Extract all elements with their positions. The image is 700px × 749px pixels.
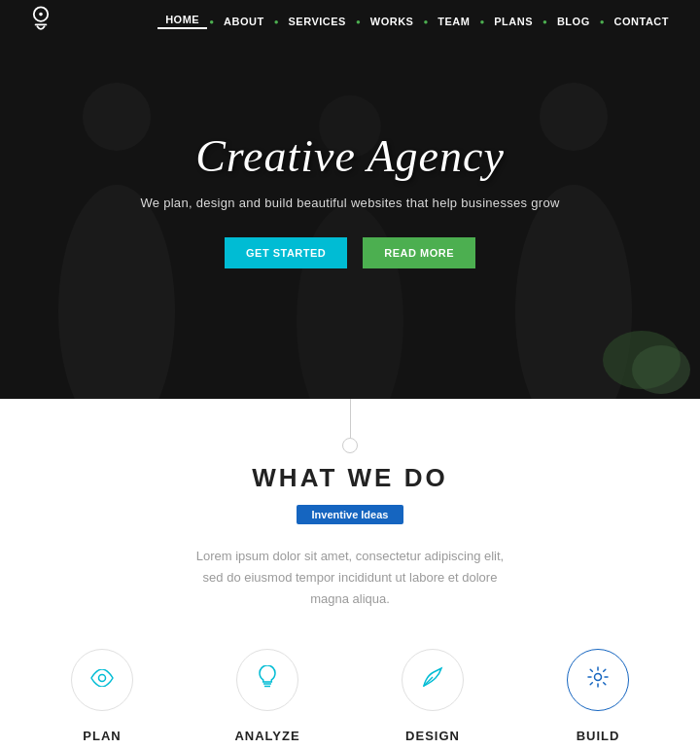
- hero-title: Creative Agency: [140, 130, 559, 182]
- feature-plan: PLAN Expenses as material breeding insis…: [19, 649, 185, 749]
- nav-item-blog[interactable]: BLOG: [549, 16, 598, 27]
- feature-design-title: DESIGN: [366, 729, 500, 743]
- hero-section: Creative Agency We plan, design and buil…: [0, 0, 700, 399]
- features-grid: PLAN Expenses as material breeding insis…: [0, 649, 700, 749]
- feature-plan-title: PLAN: [35, 729, 169, 743]
- nav-dot-3: ●: [354, 18, 363, 26]
- nav-dot-4: ●: [421, 18, 430, 26]
- svg-point-1: [39, 13, 43, 17]
- nav-item-contact[interactable]: CONTACT: [607, 16, 677, 27]
- eye-icon: [90, 667, 114, 693]
- feature-plan-icon-wrap: [71, 649, 133, 711]
- hero-content: Creative Agency We plan, design and buil…: [140, 130, 559, 268]
- feature-analyze-title: ANALYZE: [200, 729, 334, 743]
- read-more-button[interactable]: Read More: [363, 237, 475, 268]
- nav-dot-6: ●: [541, 18, 549, 26]
- feature-build-icon-wrap: [567, 649, 629, 711]
- feature-build: BUILD Expenses as material breeding insi…: [515, 649, 681, 749]
- hero-buttons: Get Started Read More: [140, 237, 559, 268]
- section-description: Lorem ipsum dolor sit amet, consectetur …: [194, 546, 506, 610]
- nav-item-home[interactable]: HOME: [158, 14, 207, 29]
- feature-analyze-icon-wrap: [236, 649, 298, 711]
- svg-point-13: [99, 675, 106, 682]
- section-connector: [0, 399, 700, 453]
- nav-item-works[interactable]: WORKS: [363, 16, 422, 27]
- get-started-button[interactable]: Get Started: [225, 237, 347, 268]
- nav-item-plans[interactable]: PLANS: [486, 16, 541, 27]
- nav-item-about[interactable]: ABOUT: [216, 16, 272, 27]
- logo[interactable]: [23, 2, 58, 41]
- gear-icon: [587, 666, 609, 694]
- what-we-do-section: WHAT WE DO Inventive Ideas Lorem ipsum d…: [0, 399, 700, 749]
- nav-item-team[interactable]: TEAM: [430, 16, 477, 27]
- navbar: HOME ● ABOUT ● SERVICES ● WORKS ● TEAM ●…: [0, 0, 700, 43]
- feature-design-icon-wrap: [402, 649, 464, 711]
- connector-circle: [342, 438, 358, 453]
- nav-dot-1: ●: [207, 18, 216, 26]
- leaf-icon: [422, 666, 443, 694]
- section-badge: Inventive Ideas: [297, 505, 404, 524]
- feature-design: DESIGN Expenses as material breeding ins…: [350, 649, 515, 749]
- connector-line: [350, 399, 351, 438]
- svg-point-17: [595, 674, 602, 681]
- nav-dot-7: ●: [598, 18, 607, 26]
- nav-dot-5: ●: [477, 18, 486, 26]
- lightbulb-icon: [258, 665, 277, 695]
- nav-item-services[interactable]: SERVICES: [280, 16, 353, 27]
- section-title: WHAT WE DO: [0, 463, 700, 493]
- nav-links: HOME ● ABOUT ● SERVICES ● WORKS ● TEAM ●…: [158, 14, 677, 29]
- feature-build-title: BUILD: [531, 729, 665, 743]
- hero-subtitle: We plan, design and build beautiful webs…: [140, 196, 559, 210]
- nav-dot-2: ●: [272, 18, 281, 26]
- feature-analyze: ANALYZE Expenses as material breeding in…: [185, 649, 350, 749]
- svg-point-12: [632, 345, 690, 394]
